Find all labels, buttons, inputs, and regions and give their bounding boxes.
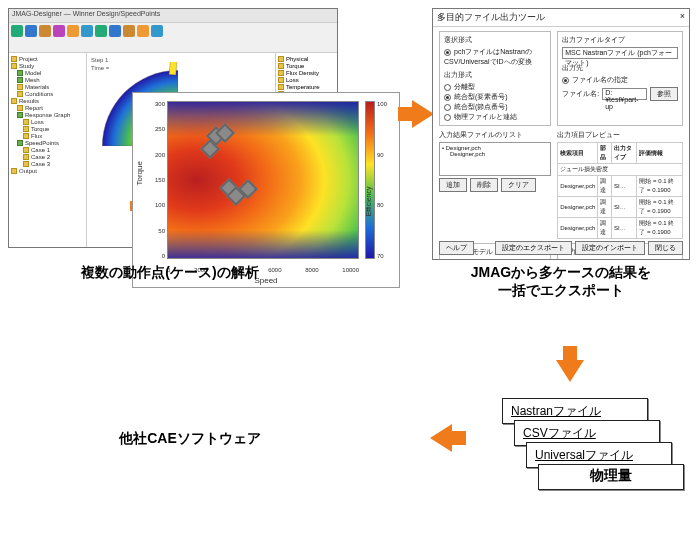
tree-item-label: Torque (286, 63, 304, 69)
legend-tick: 70 (377, 253, 387, 259)
toolbar-icon[interactable] (53, 25, 65, 37)
section-input: 入力結果ファイルのリスト (439, 130, 551, 140)
table-header: 検索項目 (558, 143, 598, 164)
project-tree[interactable]: Project Study Model Mesh Materials Condi… (9, 53, 87, 248)
tree-item-label: Flux (31, 133, 42, 139)
tree-item-label: Loss (31, 119, 44, 125)
clear-button[interactable]: クリア (501, 178, 536, 192)
y-tick: 200 (145, 152, 165, 158)
y-tick: 100 (145, 202, 165, 208)
tree-item-label: Temperature (286, 84, 320, 90)
file-name: Nastranファイル (511, 404, 601, 418)
toolbar-icon[interactable] (11, 25, 23, 37)
section-outfile: 出力先 (562, 63, 678, 73)
add-button[interactable]: 追加 (439, 178, 467, 192)
tree-item-label: Torque (31, 126, 49, 132)
flow-arrow-icon (412, 100, 434, 128)
radio-label: 物理ファイルと連結 (454, 113, 517, 120)
caption-thirdparty: 他社CAEソフトウェア (60, 430, 320, 448)
tree-item-label: Case 2 (31, 154, 50, 160)
efficiency-contour-plot: 100 90 80 70 0 2000 4000 6000 8000 10000… (132, 92, 400, 288)
tree-item-label: Results (19, 98, 39, 104)
file-name: 物理量 (590, 467, 632, 483)
close-icon[interactable]: × (680, 11, 685, 24)
export-dialog: 多目的ファイル出力ツール × 選択形式 pchファイルはNastranのCSV/… (432, 8, 690, 260)
y2-axis-label: Efficiency (365, 187, 372, 217)
radio-filename[interactable] (562, 77, 569, 84)
help-button[interactable]: ヘルプ (439, 241, 474, 255)
radio-label: ファイル名の指定 (572, 76, 628, 83)
table-row: Designer,pch調達SI…開始 = 0.1 終了 = 0.1900 (558, 176, 683, 197)
legend-tick: 100 (377, 101, 387, 107)
section-select: 選択形式 (444, 35, 546, 45)
toolbar-icon[interactable] (67, 25, 79, 37)
window-toolbar (9, 23, 337, 53)
dialog-titlebar: 多目的ファイル出力ツール × (433, 9, 689, 27)
toolbar-icon[interactable] (151, 25, 163, 37)
toolbar-icon[interactable] (109, 25, 121, 37)
radio-pch[interactable] (444, 49, 451, 56)
radio-method[interactable] (444, 104, 451, 111)
browse-button[interactable]: 参照 (650, 87, 678, 101)
legend-tick: 90 (377, 152, 387, 158)
close-button[interactable]: 閉じる (648, 241, 683, 255)
section-method: 出力形式 (444, 70, 546, 80)
radio-label: 統合型(節点番号) (454, 103, 508, 110)
filename-input[interactable]: D:¥test¥part-up (602, 88, 647, 100)
radio-method[interactable] (444, 94, 451, 101)
toolbar-icon[interactable] (25, 25, 37, 37)
section-preview: 出力項目プレビュー (557, 130, 683, 140)
flow-arrow-icon (556, 360, 584, 382)
toolbar-icon[interactable] (137, 25, 149, 37)
input-file-list[interactable]: • Designer,pch Designer,pch (439, 142, 551, 176)
file-name: Universalファイル (535, 448, 633, 462)
filename-label: ファイル名: (562, 89, 599, 99)
x-tick: 10000 (342, 267, 359, 273)
caption-line: JMAGから多ケースの結果を (471, 264, 651, 280)
toolbar-icon[interactable] (95, 25, 107, 37)
table-header: 評価情報 (637, 143, 683, 164)
y-tick: 50 (145, 228, 165, 234)
y-tick: 150 (145, 177, 165, 183)
tree-item-label: Case 1 (31, 147, 50, 153)
output-type-select[interactable]: MSC Nastranファイル (pchフォーマット) (562, 47, 678, 59)
toolbar-icon[interactable] (39, 25, 51, 37)
file-card: 物理量 (538, 464, 684, 490)
tree-item-label: Report (25, 105, 43, 111)
window-titlebar: JMAG-Designer — Winner Design/SpeedPoint… (9, 9, 337, 23)
tree-item-label: SpeedPoints (25, 140, 59, 146)
svg-rect-0 (169, 62, 177, 75)
config-export-button[interactable]: 設定のエクスポート (495, 241, 572, 255)
radio-method[interactable] (444, 84, 451, 91)
y-tick: 250 (145, 126, 165, 132)
table-header: 出力タイプ (612, 143, 637, 164)
tree-item-label: Study (19, 63, 34, 69)
table-row: ジュール損失密度 (558, 164, 683, 176)
config-import-button[interactable]: 設定のインポート (575, 241, 645, 255)
y-tick: 0 (145, 253, 165, 259)
caption-analysis: 複数の動作点(ケース)の解析 (20, 264, 320, 282)
tree-item-label: Model (25, 70, 41, 76)
file-name: CSVファイル (523, 426, 596, 440)
tree-item-label: Flux Density (286, 70, 319, 76)
caption-line: 一括でエクスポート (498, 282, 624, 298)
tree-item-label: Materials (25, 84, 49, 90)
table-header: 部品 (598, 143, 612, 164)
table-row: Designer,pch調達SI…開始 = 0.1 終了 = 0.1900 (558, 218, 683, 239)
dialog-title: 多目的ファイル出力ツール (437, 11, 545, 24)
toolbar-icon[interactable] (81, 25, 93, 37)
toolbar-icon[interactable] (123, 25, 135, 37)
radio-method[interactable] (444, 114, 451, 121)
tree-item-label: Output (19, 168, 37, 174)
section-output-type: 出力ファイルタイプ (562, 35, 678, 45)
tree-item-label: Physical (286, 56, 308, 62)
tree-item-label: Conditions (25, 91, 53, 97)
radio-label: pchファイルはNastranのCSV/UniversalでIDへの変換 (444, 48, 532, 65)
radio-label: 分離型 (454, 83, 475, 90)
tree-item-label: Project (19, 56, 38, 62)
list-item: Designer,pch (450, 151, 485, 157)
table-row: Designer,pch調達SI…開始 = 0.1 終了 = 0.1900 (558, 197, 683, 218)
tree-item-label: Loss (286, 77, 299, 83)
caption-export: JMAGから多ケースの結果を 一括でエクスポート (432, 264, 690, 300)
delete-button[interactable]: 削除 (470, 178, 498, 192)
